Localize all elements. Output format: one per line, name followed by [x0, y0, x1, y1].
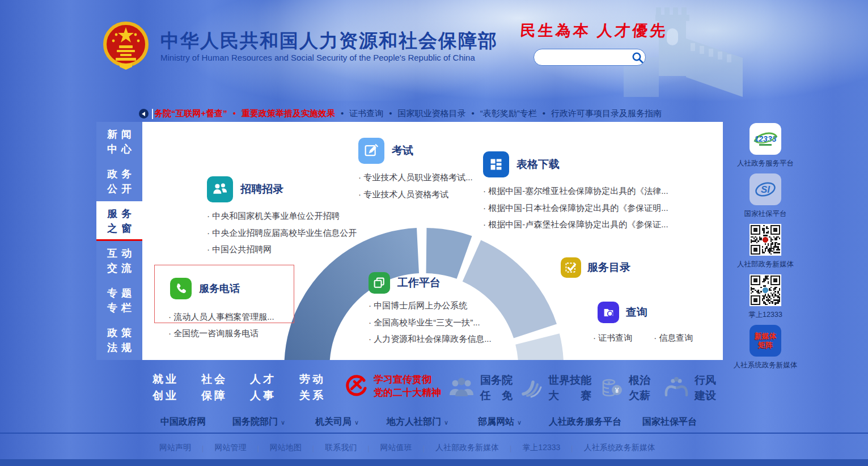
sidebar-item-label: 中心 — [103, 142, 136, 156]
footer-link[interactable]: 网站管理 — [214, 443, 246, 453]
right-rail-cell: 掌上12333 — [748, 274, 782, 320]
service-link[interactable]: 根据中国-卢森堡社会保障协定出具的《参保证... — [483, 216, 687, 233]
service-link[interactable]: 中央和国家机关事业单位公开招聘 — [207, 207, 383, 224]
service-link[interactable]: 中央企业招聘应届高校毕业生信息公开 — [207, 224, 383, 242]
qr-code-12333-app[interactable] — [750, 274, 781, 306]
section-title-exam[interactable]: 考试 — [392, 143, 413, 158]
right-rail-label: 人社政务服务平台 — [737, 159, 794, 168]
ticker-item[interactable]: 国家职业资格目录 — [383, 108, 465, 119]
sidebar-item-label: 之窗 — [103, 221, 136, 236]
service-phone-icon — [170, 278, 192, 299]
sidebar-item-label: 交流 — [103, 261, 136, 276]
footer-link[interactable]: 网站声明 — [159, 443, 191, 453]
svg-text:¥: ¥ — [607, 380, 610, 385]
section-title-service-directory[interactable]: 服务目录 — [587, 260, 630, 275]
quicknav-party-spirit[interactable]: 学习宣传贯彻 党的二十大精神 — [344, 373, 441, 399]
footer-nav-bureaus[interactable]: 机关司局∨ — [315, 416, 359, 428]
section-title-recruitment[interactable]: 招聘招录 — [240, 182, 283, 197]
footer-link[interactable]: 网站值班 — [380, 443, 412, 453]
footer-link[interactable]: 掌上12333 — [522, 443, 560, 453]
great-wall-illustration — [624, 3, 771, 97]
new-media-matrix-tile[interactable]: 新媒体 矩阵 — [750, 325, 781, 357]
service-link[interactable]: 人力资源和社会保障政务信息... — [369, 331, 539, 348]
footer-link[interactable]: 联系我们 — [325, 443, 357, 453]
sidebar-item-news[interactable]: 新闻 中心 — [96, 122, 142, 162]
ticker-divider — [152, 109, 153, 119]
tile-si-text: SI — [761, 184, 770, 195]
sidebar-nav: 新闻 中心 政务 公开 服务 之窗 互动 交流 专题 专栏 政策 法规 — [96, 122, 142, 360]
service-link[interactable]: 信息查询 — [654, 329, 693, 346]
sidebar-item-label: 互动 — [103, 246, 136, 261]
service-link[interactable]: 流动人员人事档案管理服... — [168, 308, 274, 325]
search-box[interactable] — [533, 49, 646, 66]
quicknav-worldskills[interactable]: 世界技能 大 赛 — [520, 372, 591, 403]
separator: | — [312, 444, 314, 452]
section-title-query[interactable]: 查询 — [626, 305, 647, 320]
right-rail: 12333 人社政务服务平台 SI 国家社保平台 人社部政务新媒体 掌上1233… — [728, 123, 803, 375]
quicknav-talent[interactable]: 人才人事 — [239, 371, 285, 404]
footer-divider-line — [0, 433, 868, 434]
sidebar-item-policies[interactable]: 政策 法规 — [96, 320, 142, 360]
quicknav-labor-relations[interactable]: 劳动关系 — [288, 371, 335, 404]
footer-link[interactable]: 网站地图 — [270, 443, 302, 453]
quicknav-social-security[interactable]: 社会保障 — [190, 371, 236, 404]
sidebar-item-label: 公开 — [103, 181, 136, 196]
quicknav-wage-arrears[interactable]: ¥ ¥ 根治 欠薪 — [600, 372, 650, 403]
chevron-down-icon: ∨ — [281, 419, 285, 426]
sidebar-item-services-active[interactable]: 服务 之窗 — [96, 201, 142, 241]
people-group-icon — [448, 376, 475, 400]
footer-nav-social-security-platform[interactable]: 国家社保平台 — [642, 416, 697, 428]
ticker-item[interactable]: 行政许可事项目录及服务指南 — [537, 108, 662, 119]
sidebar-item-label: 服务 — [103, 206, 136, 221]
footer-link[interactable]: 人社部政务新媒体 — [435, 443, 499, 453]
footer-nav-gov-cn[interactable]: 中国政府网 — [160, 416, 206, 428]
sidebar-item-gov-affairs[interactable]: 政务 公开 — [96, 162, 142, 201]
section-work-platform: 工作平台 中国博士后网上办公系统 全国高校毕业生“三支一扶”... 人力资源和社… — [369, 272, 539, 348]
service-link[interactable]: 全国统一咨询服务电话 — [168, 325, 259, 342]
service-link[interactable]: 根据中国-日本社会保障协定出具的《参保证明... — [483, 200, 687, 217]
social-insurance-tile[interactable]: SI — [750, 173, 781, 205]
hands-holding-people-icon — [663, 376, 689, 400]
ticker-prev-icon[interactable] — [139, 109, 149, 118]
calligraphy-slogan: 民生為本 人才優先 — [520, 20, 668, 41]
footer-nav-affiliated-sites[interactable]: 部属网站∨ — [478, 416, 522, 428]
ticker-item[interactable]: “表彰奖励”专栏 — [466, 108, 537, 119]
ticker-bar: 务院“互联网+督查” 重要政策举措及实施效果 证书查询 国家职业资格目录 “表彰… — [139, 106, 717, 121]
footer-nav-service-platform[interactable]: 人社政务服务平台 — [549, 416, 621, 428]
coins-icon: ¥ ¥ — [600, 376, 624, 400]
ticker-item[interactable]: 务院“互联网+督查” — [154, 108, 227, 119]
footer-nav-state-council-depts[interactable]: 国务院部门∨ — [232, 416, 285, 428]
service-link[interactable]: 中国公共招聘网 — [207, 241, 383, 258]
quick-nav-row: 就业创业 社会保障 人才人事 劳动关系 学习宣传贯彻 党的二十大精神 — [0, 369, 868, 405]
section-title-service-phone[interactable]: 服务电话 — [199, 282, 240, 295]
ticker-item[interactable]: 证书查询 — [335, 108, 383, 119]
footer-link[interactable]: 人社系统政务新媒体 — [584, 443, 655, 453]
quicknav-employment[interactable]: 就业创业 — [141, 371, 188, 404]
separator: | — [510, 444, 511, 452]
site-title: 中华人民共和国人力资源和社会保障部 — [160, 28, 498, 54]
service-link[interactable]: 全国高校毕业生“三支一扶”... — [369, 314, 539, 331]
quicknav-conduct-building[interactable]: 行风 建设 — [663, 372, 716, 403]
bottom-strip — [0, 459, 868, 466]
site-subtitle-en: Ministry of Human Resources and Social S… — [160, 53, 475, 62]
footer-nav-local-depts[interactable]: 地方人社部门∨ — [387, 416, 448, 428]
sidebar-item-topics[interactable]: 专题 专栏 — [96, 281, 142, 320]
separator: | — [367, 444, 369, 452]
section-query: 查询 证书查询 信息查询 — [598, 302, 693, 346]
platform-12333-tile[interactable]: 12333 — [750, 123, 781, 155]
section-title-work-platform[interactable]: 工作平台 — [397, 276, 441, 290]
sidebar-item-interaction[interactable]: 互动 交流 — [96, 241, 142, 281]
svg-text:¥: ¥ — [615, 387, 619, 395]
service-link[interactable]: 根据中国-塞尔维亚社会保障协定出具的《法律... — [483, 183, 687, 200]
section-title-form-download[interactable]: 表格下载 — [516, 157, 560, 172]
service-link[interactable]: 中国博士后网上办公系统 — [369, 297, 539, 314]
chevron-down-icon: ∨ — [444, 419, 448, 426]
ticker-item[interactable]: 重要政策举措及实施效果 — [227, 108, 335, 119]
work-platform-icon — [369, 272, 390, 294]
query-icon — [598, 302, 619, 323]
quicknav-state-council-appointments[interactable]: 国务院 任 免 — [448, 372, 513, 403]
search-icon[interactable] — [630, 51, 645, 63]
service-link[interactable]: 证书查询 — [593, 329, 632, 346]
search-input[interactable] — [541, 53, 630, 62]
qr-code-new-media[interactable] — [750, 224, 781, 256]
